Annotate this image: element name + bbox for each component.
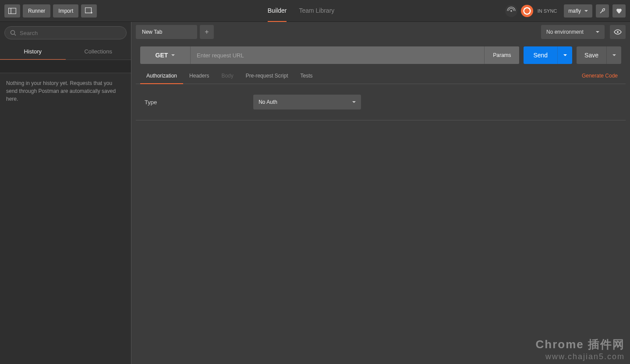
rtab-tests[interactable]: Tests bbox=[294, 68, 319, 84]
params-button[interactable]: Params bbox=[484, 46, 519, 64]
rtab-body[interactable]: Body bbox=[215, 68, 239, 84]
add-tab-button[interactable]: + bbox=[200, 25, 214, 39]
save-group: Save bbox=[577, 46, 621, 64]
save-dropdown[interactable] bbox=[606, 46, 621, 64]
chevron-down-icon bbox=[352, 101, 356, 103]
save-button[interactable]: Save bbox=[577, 46, 606, 64]
svg-rect-2 bbox=[85, 7, 92, 13]
chevron-down-icon bbox=[596, 31, 599, 33]
sync-indicator[interactable] bbox=[521, 5, 533, 17]
environment-quicklook-button[interactable] bbox=[610, 25, 626, 39]
rtab-headers[interactable]: Headers bbox=[183, 68, 215, 84]
sidebar-tab-history[interactable]: History bbox=[0, 44, 66, 60]
method-url-group: GET Params bbox=[140, 46, 519, 64]
toggle-sidebar-button[interactable] bbox=[4, 4, 20, 18]
sync-status-text: IN SYNC bbox=[538, 8, 557, 14]
heart-button[interactable] bbox=[612, 4, 626, 18]
heart-icon bbox=[616, 7, 623, 14]
url-row: GET Params Send Save bbox=[136, 42, 626, 68]
topbar-center-tabs: Builder Team Library bbox=[97, 0, 505, 22]
sidebar-tabs: History Collections bbox=[0, 44, 131, 60]
svg-rect-0 bbox=[9, 8, 16, 14]
auth-type-value: No Auth bbox=[258, 99, 277, 105]
search-icon bbox=[10, 30, 16, 36]
chevron-down-icon bbox=[612, 54, 616, 56]
tab-builder[interactable]: Builder bbox=[268, 0, 287, 22]
sidebar-header-strip bbox=[0, 60, 131, 73]
wrench-icon bbox=[599, 7, 606, 14]
environment-label: No environment bbox=[546, 29, 584, 35]
generate-code-link[interactable]: Generate Code bbox=[578, 68, 621, 84]
chevron-down-icon bbox=[171, 54, 175, 56]
sidebar: History Collections Nothing in your hist… bbox=[0, 22, 131, 364]
runner-button[interactable]: Runner bbox=[23, 4, 50, 18]
import-button[interactable]: Import bbox=[53, 4, 78, 18]
settings-button[interactable] bbox=[596, 4, 609, 18]
chevron-down-icon bbox=[563, 54, 567, 56]
svg-point-6 bbox=[11, 31, 15, 35]
request-tabs-row: New Tab + No environment bbox=[131, 22, 630, 42]
history-empty-message: Nothing in your history yet. Requests th… bbox=[6, 79, 125, 103]
tab-team-library[interactable]: Team Library bbox=[299, 0, 334, 22]
auth-body: Type No Auth bbox=[136, 84, 626, 120]
interceptor-button[interactable] bbox=[505, 5, 517, 17]
svg-line-7 bbox=[14, 34, 16, 35]
rtab-authorization[interactable]: Authorization bbox=[140, 68, 183, 84]
auth-type-dropdown[interactable]: No Auth bbox=[253, 95, 361, 110]
topbar-right: IN SYNC mafly bbox=[505, 4, 626, 18]
svg-point-5 bbox=[510, 10, 512, 12]
topbar: Runner Import Builder Team Library IN SY… bbox=[0, 0, 630, 22]
request-subtabs: Authorization Headers Body Pre-request S… bbox=[136, 68, 626, 84]
username-label: mafly bbox=[568, 8, 581, 14]
sidebar-tab-collections[interactable]: Collections bbox=[66, 44, 131, 60]
send-dropdown[interactable] bbox=[557, 46, 572, 64]
send-group: Send bbox=[524, 46, 572, 64]
send-button[interactable]: Send bbox=[524, 46, 557, 64]
method-dropdown[interactable]: GET bbox=[140, 46, 191, 64]
chevron-down-icon bbox=[584, 10, 588, 12]
search-container bbox=[0, 22, 131, 44]
satellite-icon bbox=[507, 7, 516, 15]
environment-dropdown[interactable]: No environment bbox=[541, 25, 605, 39]
svg-point-8 bbox=[617, 31, 619, 33]
url-input-wrap bbox=[191, 46, 484, 64]
panel-icon bbox=[8, 8, 16, 14]
search-input[interactable] bbox=[20, 30, 121, 36]
auth-type-label: Type bbox=[145, 99, 157, 106]
builder-card: GET Params Send Save bbox=[136, 42, 626, 120]
topbar-left: Runner Import bbox=[4, 4, 97, 18]
new-window-button[interactable] bbox=[81, 4, 97, 18]
rtab-prerequest[interactable]: Pre-request Script bbox=[240, 68, 294, 84]
main: New Tab + No environment GET bbox=[131, 22, 630, 364]
user-menu[interactable]: mafly bbox=[564, 4, 592, 18]
workspace: History Collections Nothing in your hist… bbox=[0, 22, 630, 364]
window-plus-icon bbox=[85, 7, 93, 14]
search-box[interactable] bbox=[4, 26, 127, 39]
request-tab-0[interactable]: New Tab bbox=[136, 25, 197, 39]
url-input[interactable] bbox=[191, 52, 484, 59]
sidebar-body: Nothing in your history yet. Requests th… bbox=[0, 60, 131, 109]
eye-icon bbox=[614, 29, 622, 35]
method-label: GET bbox=[156, 52, 168, 59]
